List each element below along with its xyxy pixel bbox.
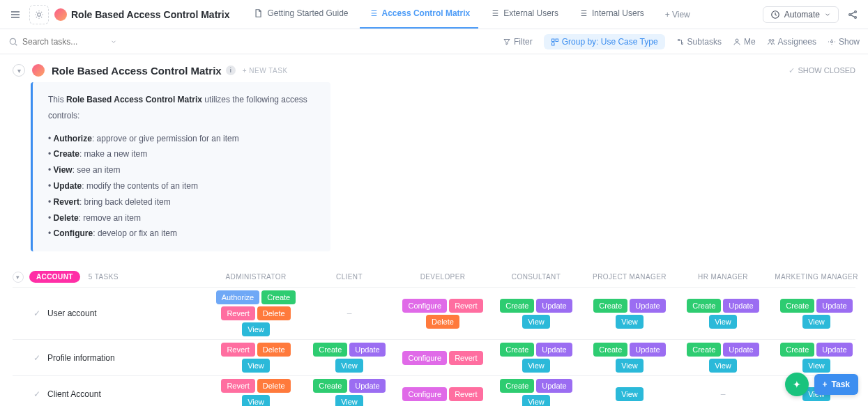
permission-cell[interactable]: – — [304, 304, 395, 322]
permission-cell[interactable]: – — [678, 385, 768, 403]
tag-view[interactable]: View — [709, 315, 737, 329]
space-icon[interactable] — [29, 5, 49, 24]
tab-internal-users[interactable]: Internal Users — [570, 0, 653, 29]
tag-create[interactable]: Create — [500, 379, 534, 393]
column-header[interactable]: DEVELOPER — [397, 273, 488, 281]
tag-revert[interactable]: Revert — [221, 343, 254, 357]
permission-cell[interactable]: View — [584, 385, 675, 403]
tag-view[interactable]: View — [616, 359, 644, 373]
subtasks-button[interactable]: Subtasks — [676, 37, 722, 47]
table-row[interactable]: ✓Profile informationRevertDeleteViewCrea… — [13, 339, 855, 375]
tag-update[interactable]: Update — [630, 343, 665, 357]
permission-cell[interactable]: CreateUpdateView — [304, 343, 395, 373]
chevron-down-icon[interactable] — [110, 38, 117, 45]
me-button[interactable]: Me — [733, 37, 756, 47]
permission-cell[interactable]: CreateUpdateView — [491, 299, 581, 329]
tag-delete[interactable]: Delete — [257, 379, 291, 393]
show-button[interactable]: Show — [828, 37, 860, 47]
permission-cell[interactable]: RevertDeleteView — [211, 379, 301, 406]
info-icon[interactable]: i — [226, 65, 236, 75]
tag-create[interactable]: Create — [313, 343, 347, 357]
tag-update[interactable]: Update — [536, 379, 572, 393]
search-input-wrap[interactable] — [8, 37, 492, 47]
permission-cell[interactable]: CreateUpdateView — [865, 299, 868, 329]
group-badge[interactable]: ACCOUNT — [29, 271, 80, 283]
permission-cell[interactable]: ConfigureRevert — [397, 385, 488, 403]
tag-delete[interactable]: Delete — [257, 343, 291, 357]
tag-view[interactable]: View — [522, 359, 550, 373]
tag-view[interactable]: View — [616, 387, 644, 401]
column-header[interactable]: CONSULTANT — [491, 273, 581, 281]
tag-update[interactable]: Update — [630, 299, 665, 313]
tag-configure[interactable]: Configure — [402, 351, 447, 365]
tag-configure[interactable]: Configure — [402, 387, 447, 401]
tab-access-control-matrix[interactable]: Access Control Matrix — [360, 0, 479, 29]
permission-cell[interactable]: RevertDeleteView — [211, 343, 301, 373]
table-row[interactable]: ✓Client AccountRevertDeleteViewCreateUpd… — [13, 375, 855, 406]
tag-create[interactable]: Create — [500, 299, 534, 313]
tag-update[interactable]: Update — [536, 343, 572, 357]
task-name-cell[interactable]: ✓Client Account — [13, 389, 208, 399]
tag-view[interactable]: View — [802, 315, 830, 329]
add-view-button[interactable]: + View — [658, 6, 697, 24]
help-fab[interactable]: ✦ — [785, 373, 809, 396]
tag-view[interactable]: View — [242, 322, 270, 336]
tag-authorize[interactable]: Authorize — [216, 290, 259, 304]
tag-revert[interactable]: Revert — [449, 351, 482, 365]
tag-create[interactable]: Create — [500, 343, 534, 357]
tag-delete[interactable]: Delete — [257, 306, 291, 320]
permission-cell[interactable]: – — [865, 385, 868, 403]
tag-update[interactable]: Update — [723, 299, 759, 313]
tag-create[interactable]: Create — [313, 379, 347, 393]
tag-view[interactable]: View — [522, 395, 550, 406]
tag-update[interactable]: Update — [816, 299, 852, 313]
tag-view[interactable]: View — [242, 395, 270, 406]
table-row[interactable]: ✓User accountAuthorizeCreateRevertDelete… — [13, 287, 855, 339]
column-header[interactable]: PROJECT MANAGER — [584, 273, 675, 281]
tab-external-users[interactable]: External Users — [481, 0, 567, 29]
tab-getting-started-guide[interactable]: Getting Started Guide — [245, 0, 356, 29]
column-header[interactable]: HR MANAGER — [678, 273, 768, 281]
column-header[interactable]: ADMINISTRATOR — [211, 273, 301, 281]
permission-cell[interactable]: CreateUpdateView — [678, 299, 768, 329]
permission-cell[interactable]: CreateUpdateView — [491, 343, 581, 373]
permission-cell[interactable]: CreateUpdateView — [304, 379, 395, 406]
menu-icon[interactable] — [7, 6, 24, 23]
tag-update[interactable]: Update — [816, 343, 852, 357]
tag-view[interactable]: View — [802, 359, 830, 373]
permission-cell[interactable]: CreateUpdateView — [491, 379, 581, 406]
tag-view[interactable]: View — [335, 359, 363, 373]
tag-revert[interactable]: Revert — [221, 379, 254, 393]
column-header[interactable]: MARKETING MANAGER — [771, 273, 862, 281]
permission-cell[interactable]: CreateUpdateView — [584, 343, 675, 373]
tag-update[interactable]: Update — [723, 343, 759, 357]
task-name-cell[interactable]: ✓User account — [13, 309, 208, 318]
permission-cell[interactable]: CreateUpdateView — [865, 343, 868, 373]
permission-cell[interactable]: ConfigureRevert — [397, 349, 488, 367]
group-by-button[interactable]: Group by: Use Case Type — [544, 34, 665, 49]
tag-view[interactable]: View — [522, 315, 550, 329]
tag-create[interactable]: Create — [687, 299, 721, 313]
tag-revert[interactable]: Revert — [449, 299, 482, 313]
tag-create[interactable]: Create — [780, 343, 814, 357]
permission-cell[interactable]: CreateUpdateView — [771, 299, 862, 329]
search-input[interactable] — [22, 37, 106, 47]
tag-view[interactable]: View — [242, 359, 270, 373]
tag-create[interactable]: Create — [593, 299, 627, 313]
new-task-fab[interactable]: + Task — [814, 374, 858, 395]
tag-update[interactable]: Update — [349, 343, 385, 357]
tag-update[interactable]: Update — [349, 379, 385, 393]
tag-view[interactable]: View — [616, 315, 644, 329]
filter-button[interactable]: Filter — [503, 37, 533, 47]
tag-create[interactable]: Create — [780, 299, 814, 313]
tag-create[interactable]: Create — [261, 290, 296, 304]
permission-cell[interactable]: CreateUpdateView — [678, 343, 768, 373]
show-closed-toggle[interactable]: ✓SHOW CLOSED — [789, 66, 855, 75]
tag-create[interactable]: Create — [593, 343, 627, 357]
tag-view[interactable]: View — [709, 359, 737, 373]
group-collapse-toggle[interactable]: ▾ — [13, 272, 24, 283]
share-icon[interactable] — [844, 6, 861, 23]
tag-revert[interactable]: Revert — [449, 387, 482, 401]
automate-button[interactable]: Automate — [763, 6, 839, 23]
tag-delete[interactable]: Delete — [426, 315, 459, 329]
